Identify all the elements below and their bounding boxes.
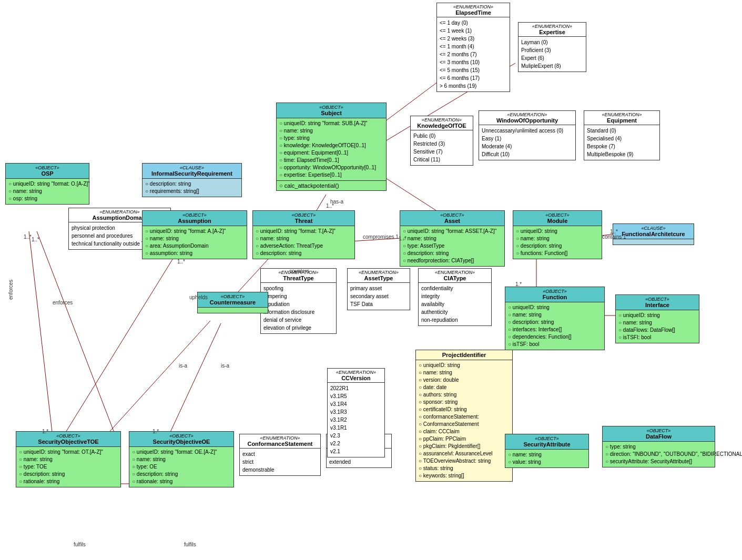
project-attr-9: claim: CCClaim (419, 428, 510, 435)
security-attr-stereotype: «OBJECT» (508, 436, 586, 441)
knowledge-val-2: Sensitive (7) (413, 148, 470, 156)
asset-attr-3: description: string (403, 250, 502, 257)
expertise-body: Layman (0) Proficient (3) Expert (6) Mul… (519, 37, 586, 72)
osp-attr-1: name: string (8, 188, 86, 195)
expertise-name: Expertise (521, 29, 583, 35)
dataflow-attr-0: type: string (605, 443, 712, 451)
cia-type-val-0: confidentiality (421, 284, 489, 292)
module-header: «OBJECT» Module (513, 211, 602, 226)
osp-stereotype: «OBJECT» (8, 165, 86, 170)
countermeasure-name: Countermeasure (200, 299, 265, 306)
function-attr-4: dependencies: Function[] (508, 333, 602, 341)
assumption-attr-1: name: string (145, 235, 244, 242)
project-attr-8: ConformanceStatement (419, 421, 510, 428)
security-obj-toe-stereotype: «OBJECT» (19, 433, 118, 439)
assumption-attr-2: area: AssumptionDomain (145, 242, 244, 250)
security-attr-box: «OBJECT» SecurityAttribute name: string … (505, 434, 589, 468)
countermeasure-body (198, 308, 268, 313)
interface-name: Interface (618, 302, 696, 308)
informal-attr-0: description: string (145, 180, 239, 188)
elapsed-time-name: ElapsedTime (440, 9, 507, 16)
subject-attr-0: uniqueID: string "format: SUB.[A-Z]" (279, 120, 383, 127)
asset-name: Asset (403, 218, 502, 224)
subject-box: «OBJECT» Subject uniqueID: string "forma… (276, 103, 387, 191)
assumption-stereotype: «OBJECT» (145, 212, 244, 218)
cc-version-val-8: v2.1 (330, 447, 382, 455)
security-obj-toe-header: «OBJECT» SecurityObjectiveTOE (16, 432, 120, 447)
project-body: uniqueID: string name: string version: d… (416, 360, 512, 481)
knowledge-box: «ENUMERATION» KnowledgeOfTOE Public (0) … (410, 116, 473, 166)
mult-2: 1..* (32, 237, 39, 242)
asset-type-box: «ENUMERATION» AssetType primary asset se… (347, 268, 410, 310)
countermeasure-stereotype: «OBJECT» (200, 294, 265, 299)
conformance-stmt-val-1: strict (242, 458, 318, 466)
subject-attr-7: expertise: Expertise[0..1] (279, 171, 383, 179)
knowledge-body: Public (0) Restricted (3) Sensitive (7) … (411, 130, 473, 165)
function-box: «OBJECT» Function uniqueID: string name:… (505, 287, 605, 350)
security-obj-toe-attr-0: uniqueID: string "format: OT.[A-Z]" (19, 449, 118, 456)
window-val-1: Easy (1) (482, 135, 573, 142)
osp-box: «OBJECT» OSP uniqueID: string "format: O… (5, 163, 89, 205)
security-obj-oe-box: «OBJECT» SecurityObjectiveOE uniqueID: s… (129, 431, 234, 487)
mult-3: 1..* (326, 203, 334, 209)
asset-attr-0: uniqueID: string "format: ASSET.[A-Z]" (403, 228, 502, 235)
counters-label: counters (289, 268, 309, 274)
asset-type-header: «ENUMERATION» AssetType (348, 269, 410, 283)
uphelds-label: uphelds (189, 294, 208, 300)
threat-type-val-2: repudiation (263, 300, 333, 308)
interface-box: «OBJECT» Interface uniqueID: string name… (615, 294, 699, 343)
elapsed-time-val-1: <= 1 week (1) (440, 27, 507, 35)
security-attr-header: «OBJECT» SecurityAttribute (505, 434, 588, 450)
assumption-header: «OBJECT» Assumption (143, 211, 247, 226)
asset-type-val-2: TSF Data (350, 300, 407, 308)
security-obj-oe-body: uniqueID: string "format: OE.[A-Z]" name… (129, 447, 233, 487)
equipment-val-2: Bespoke (7) (587, 142, 657, 150)
threat-type-body: spoofing tampering repudiation informati… (261, 283, 336, 333)
conformance-stmt-val-0: exact (242, 450, 318, 458)
osp-attr-2: osp: string (8, 195, 86, 202)
module-attr-1: name: string (516, 235, 599, 242)
interface-attr-1: name: string (618, 319, 696, 327)
expertise-val-3: MulipleExpert (8) (521, 62, 583, 70)
threat-type-box: «ENUMERATION» ThreatType spoofing tamper… (260, 268, 337, 334)
mult-8: 1..* (610, 229, 618, 235)
equipment-val-3: MultipleBespoke (9) (587, 150, 657, 158)
fulfils-label-2: fulfils (184, 542, 196, 547)
security-attr-name: SecurityAttribute (508, 441, 586, 447)
elapsed-time-val-3: <= 1 month (4) (440, 43, 507, 50)
subject-attr-4: equipment: Equipment[0..1] (279, 149, 383, 157)
informal-body: description: string requirements: string… (143, 179, 241, 197)
expertise-header: «ENUMERATION» Expertise (519, 23, 586, 37)
equipment-header: «ENUMERATION» Equipment (584, 111, 659, 125)
asset-header: «OBJECT» Asset (400, 211, 504, 226)
elapsed-time-body: <= 1 day (0) <= 1 week (1) <= 2 weeks (3… (437, 17, 510, 91)
cc-version-name: CCVersion (330, 375, 382, 381)
project-attr-1: name: string (419, 369, 510, 376)
subject-attr-5: time: ElapsedTime[0..1] (279, 157, 383, 164)
threat-type-val-0: spoofing (263, 284, 333, 292)
security-obj-toe-attr-1: name: string (19, 456, 118, 463)
knowledge-val-1: Restricted (3) (413, 140, 470, 148)
threat-type-val-1: tampering (263, 292, 333, 300)
subject-header: «OBJECT» Subject (277, 103, 386, 118)
knowledge-val-0: Public (0) (413, 132, 470, 140)
elapsed-time-box: «ENUMERATION» ElapsedTime <= 1 day (0) <… (436, 3, 510, 92)
interface-header: «OBJECT» Interface (616, 295, 699, 310)
conformance-stmt-body: exact strict demonstrable (240, 449, 320, 475)
dataflow-attr-2: securityAttribute: SecurityAttribute[] (605, 458, 712, 465)
threat-attr-0: uniqueID: string "format: T.[A-Z]" (256, 228, 352, 235)
threat-type-val-5: elevation of privilege (263, 324, 333, 332)
conformance-stmt-val-2: demonstrable (242, 466, 318, 474)
project-attr-4: authors: string (419, 391, 510, 399)
dataflow-box: «OBJECT» DataFlow type: string direction… (602, 426, 715, 467)
security-obj-toe-box: «OBJECT» SecurityObjectiveTOE uniqueID: … (16, 431, 121, 487)
countermeasure-box: «OBJECT» Countermeasure (197, 292, 268, 313)
dataflow-body: type: string direction: "INBOUND", "OUTB… (603, 442, 715, 467)
is-a-label-1: is-a (179, 363, 187, 369)
subject-method-0: calc_attackpotential() (279, 182, 339, 189)
project-name: ProjectIdentifier (419, 352, 510, 358)
subject-body: uniqueID: string "format: SUB.[A-Z]" nam… (277, 118, 386, 180)
dataflow-stereotype: «OBJECT» (605, 428, 712, 433)
diagram-container: «ENUMERATION» ElapsedTime <= 1 day (0) <… (0, 0, 742, 560)
function-body: uniqueID: string name: string descriptio… (505, 302, 604, 350)
